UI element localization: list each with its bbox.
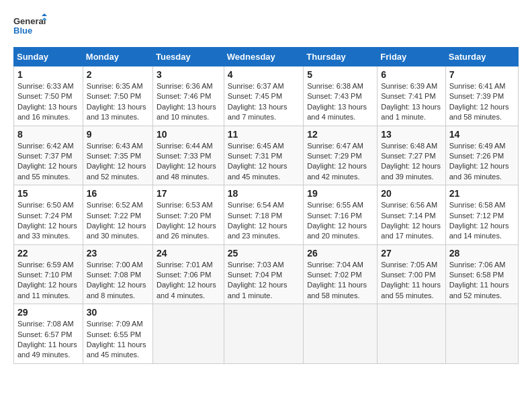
day-number: 17 <box>157 188 220 199</box>
day-info: Sunrise: 7:09 AMSunset: 6:55 PMDaylight:… <box>87 319 149 361</box>
calendar-cell: 30Sunrise: 7:09 AMSunset: 6:55 PMDayligh… <box>83 304 152 364</box>
calendar-cell: 8Sunrise: 6:42 AMSunset: 7:37 PMDaylight… <box>14 126 83 185</box>
day-number: 11 <box>228 129 300 140</box>
day-info: Sunrise: 6:52 AMSunset: 7:22 PMDaylight:… <box>87 200 149 242</box>
calendar-header-row: SundayMondayTuesdayWednesdayThursdayFrid… <box>14 48 519 66</box>
calendar-cell <box>152 304 224 364</box>
calendar-week-4: 22Sunrise: 6:59 AMSunset: 7:10 PMDayligh… <box>14 244 519 304</box>
column-header-saturday: Saturday <box>445 48 518 66</box>
day-info: Sunrise: 6:55 AMSunset: 7:16 PMDaylight:… <box>307 200 373 242</box>
calendar-cell: 20Sunrise: 6:56 AMSunset: 7:14 PMDayligh… <box>378 185 445 245</box>
column-header-friday: Friday <box>378 48 445 66</box>
calendar-cell: 14Sunrise: 6:49 AMSunset: 7:26 PMDayligh… <box>445 126 518 185</box>
day-info: Sunrise: 6:56 AMSunset: 7:14 PMDaylight:… <box>381 200 441 242</box>
calendar-cell: 26Sunrise: 7:04 AMSunset: 7:02 PMDayligh… <box>304 244 378 304</box>
column-header-thursday: Thursday <box>304 48 378 66</box>
day-info: Sunrise: 6:44 AMSunset: 7:33 PMDaylight:… <box>157 141 220 183</box>
day-number: 13 <box>381 129 441 140</box>
day-number: 7 <box>449 69 515 80</box>
calendar-week-2: 8Sunrise: 6:42 AMSunset: 7:37 PMDaylight… <box>14 126 519 185</box>
day-info: Sunrise: 7:03 AMSunset: 7:04 PMDaylight:… <box>228 260 300 302</box>
day-number: 6 <box>381 69 441 80</box>
day-number: 22 <box>17 248 79 259</box>
calendar-week-1: 1Sunrise: 6:33 AMSunset: 7:50 PMDaylight… <box>14 66 519 126</box>
day-number: 12 <box>307 129 373 140</box>
calendar-cell: 25Sunrise: 7:03 AMSunset: 7:04 PMDayligh… <box>224 244 303 304</box>
calendar-cell: 17Sunrise: 6:53 AMSunset: 7:20 PMDayligh… <box>152 185 224 245</box>
day-number: 8 <box>17 129 79 140</box>
calendar-cell: 3Sunrise: 6:36 AMSunset: 7:46 PMDaylight… <box>152 66 224 126</box>
day-number: 2 <box>87 69 149 80</box>
calendar-cell: 29Sunrise: 7:08 AMSunset: 6:57 PMDayligh… <box>14 304 83 364</box>
calendar-cell: 10Sunrise: 6:44 AMSunset: 7:33 PMDayligh… <box>152 126 224 185</box>
logo-svg: General Blue <box>13 13 47 40</box>
calendar-cell: 5Sunrise: 6:38 AMSunset: 7:43 PMDaylight… <box>304 66 378 126</box>
day-number: 16 <box>87 188 149 199</box>
day-info: Sunrise: 6:59 AMSunset: 7:10 PMDaylight:… <box>17 260 79 302</box>
calendar-cell: 6Sunrise: 6:39 AMSunset: 7:41 PMDaylight… <box>378 66 445 126</box>
day-info: Sunrise: 7:08 AMSunset: 6:57 PMDaylight:… <box>17 319 79 361</box>
day-info: Sunrise: 6:58 AMSunset: 7:12 PMDaylight:… <box>449 200 515 242</box>
page-header: General Blue <box>13 13 519 40</box>
day-number: 21 <box>449 188 515 199</box>
day-number: 4 <box>228 69 300 80</box>
calendar-cell: 4Sunrise: 6:37 AMSunset: 7:45 PMDaylight… <box>224 66 303 126</box>
day-info: Sunrise: 6:47 AMSunset: 7:29 PMDaylight:… <box>307 141 373 183</box>
day-info: Sunrise: 6:37 AMSunset: 7:45 PMDaylight:… <box>228 81 300 123</box>
day-number: 25 <box>228 248 300 259</box>
calendar-cell: 16Sunrise: 6:52 AMSunset: 7:22 PMDayligh… <box>83 185 152 245</box>
day-info: Sunrise: 6:48 AMSunset: 7:27 PMDaylight:… <box>381 141 441 183</box>
day-info: Sunrise: 6:38 AMSunset: 7:43 PMDaylight:… <box>307 81 373 123</box>
day-info: Sunrise: 6:49 AMSunset: 7:26 PMDaylight:… <box>449 141 515 183</box>
calendar-cell: 19Sunrise: 6:55 AMSunset: 7:16 PMDayligh… <box>304 185 378 245</box>
day-info: Sunrise: 6:33 AMSunset: 7:50 PMDaylight:… <box>17 81 79 123</box>
day-number: 23 <box>87 248 149 259</box>
calendar-cell: 1Sunrise: 6:33 AMSunset: 7:50 PMDaylight… <box>14 66 83 126</box>
calendar-cell: 11Sunrise: 6:45 AMSunset: 7:31 PMDayligh… <box>224 126 303 185</box>
column-header-sunday: Sunday <box>14 48 83 66</box>
calendar-cell: 15Sunrise: 6:50 AMSunset: 7:24 PMDayligh… <box>14 185 83 245</box>
calendar-table: SundayMondayTuesdayWednesdayThursdayFrid… <box>13 47 519 364</box>
day-number: 1 <box>17 69 79 80</box>
svg-marker-2 <box>42 13 47 16</box>
day-info: Sunrise: 6:35 AMSunset: 7:50 PMDaylight:… <box>87 81 149 123</box>
calendar-cell: 23Sunrise: 7:00 AMSunset: 7:08 PMDayligh… <box>83 244 152 304</box>
calendar-cell: 2Sunrise: 6:35 AMSunset: 7:50 PMDaylight… <box>83 66 152 126</box>
calendar-cell: 12Sunrise: 6:47 AMSunset: 7:29 PMDayligh… <box>304 126 378 185</box>
day-number: 26 <box>307 248 373 259</box>
day-number: 15 <box>17 188 79 199</box>
calendar-cell: 9Sunrise: 6:43 AMSunset: 7:35 PMDaylight… <box>83 126 152 185</box>
calendar-cell <box>445 304 518 364</box>
day-info: Sunrise: 7:05 AMSunset: 7:00 PMDaylight:… <box>381 260 441 302</box>
day-info: Sunrise: 6:36 AMSunset: 7:46 PMDaylight:… <box>157 81 220 123</box>
column-header-monday: Monday <box>83 48 152 66</box>
calendar-cell <box>304 304 378 364</box>
day-number: 24 <box>157 248 220 259</box>
day-number: 27 <box>381 248 441 259</box>
svg-text:Blue: Blue <box>13 26 32 36</box>
calendar-cell: 22Sunrise: 6:59 AMSunset: 7:10 PMDayligh… <box>14 244 83 304</box>
day-number: 5 <box>307 69 373 80</box>
day-number: 10 <box>157 129 220 140</box>
svg-text:General: General <box>13 16 46 26</box>
day-info: Sunrise: 7:06 AMSunset: 6:58 PMDaylight:… <box>449 260 515 302</box>
day-info: Sunrise: 7:01 AMSunset: 7:06 PMDaylight:… <box>157 260 220 302</box>
day-info: Sunrise: 6:39 AMSunset: 7:41 PMDaylight:… <box>381 81 441 123</box>
calendar-cell: 18Sunrise: 6:54 AMSunset: 7:18 PMDayligh… <box>224 185 303 245</box>
calendar-cell: 24Sunrise: 7:01 AMSunset: 7:06 PMDayligh… <box>152 244 224 304</box>
calendar-cell: 21Sunrise: 6:58 AMSunset: 7:12 PMDayligh… <box>445 185 518 245</box>
day-number: 28 <box>449 248 515 259</box>
day-number: 30 <box>87 307 149 318</box>
column-header-tuesday: Tuesday <box>152 48 224 66</box>
day-number: 14 <box>449 129 515 140</box>
day-info: Sunrise: 6:45 AMSunset: 7:31 PMDaylight:… <box>228 141 300 183</box>
calendar-cell <box>224 304 303 364</box>
day-info: Sunrise: 6:42 AMSunset: 7:37 PMDaylight:… <box>17 141 79 183</box>
day-number: 18 <box>228 188 300 199</box>
calendar-cell <box>378 304 445 364</box>
calendar-cell: 13Sunrise: 6:48 AMSunset: 7:27 PMDayligh… <box>378 126 445 185</box>
calendar-cell: 27Sunrise: 7:05 AMSunset: 7:00 PMDayligh… <box>378 244 445 304</box>
day-number: 9 <box>87 129 149 140</box>
day-info: Sunrise: 6:53 AMSunset: 7:20 PMDaylight:… <box>157 200 220 242</box>
calendar-cell: 28Sunrise: 7:06 AMSunset: 6:58 PMDayligh… <box>445 244 518 304</box>
